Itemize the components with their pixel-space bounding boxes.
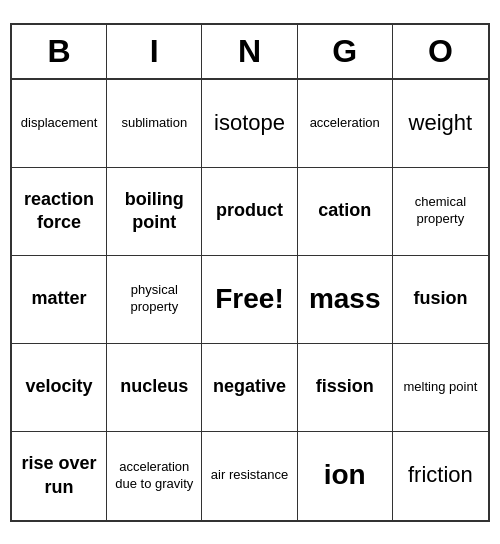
cell-text: negative: [213, 375, 286, 398]
bingo-cell: fission: [298, 344, 393, 432]
cell-text: weight: [409, 109, 473, 138]
cell-text: velocity: [26, 375, 93, 398]
bingo-cell: melting point: [393, 344, 488, 432]
bingo-cell: physical property: [107, 256, 202, 344]
cell-text: sublimation: [121, 115, 187, 132]
cell-text: displacement: [21, 115, 98, 132]
bingo-card: BINGO displacementsublimationisotopeacce…: [10, 23, 490, 522]
cell-text: friction: [408, 461, 473, 490]
bingo-cell: velocity: [12, 344, 107, 432]
cell-text: reaction force: [16, 188, 102, 235]
cell-text: product: [216, 199, 283, 222]
bingo-grid: displacementsublimationisotopeaccelerati…: [12, 80, 488, 520]
header-letter: G: [298, 25, 393, 78]
cell-text: fission: [316, 375, 374, 398]
cell-text: cation: [318, 199, 371, 222]
bingo-cell: boiling point: [107, 168, 202, 256]
cell-text: boiling point: [111, 188, 197, 235]
bingo-cell: negative: [202, 344, 297, 432]
cell-text: Free!: [215, 281, 283, 317]
cell-text: mass: [309, 281, 381, 317]
bingo-cell: matter: [12, 256, 107, 344]
cell-text: melting point: [404, 379, 478, 396]
bingo-cell: friction: [393, 432, 488, 520]
bingo-cell: reaction force: [12, 168, 107, 256]
header-letter: B: [12, 25, 107, 78]
bingo-cell: rise over run: [12, 432, 107, 520]
header-letter: O: [393, 25, 488, 78]
bingo-cell: cation: [298, 168, 393, 256]
bingo-cell: mass: [298, 256, 393, 344]
bingo-cell: acceleration due to gravity: [107, 432, 202, 520]
cell-text: acceleration due to gravity: [111, 459, 197, 493]
bingo-cell: weight: [393, 80, 488, 168]
cell-text: ion: [324, 457, 366, 493]
cell-text: acceleration: [310, 115, 380, 132]
header-letter: I: [107, 25, 202, 78]
bingo-cell: chemical property: [393, 168, 488, 256]
bingo-cell: fusion: [393, 256, 488, 344]
bingo-cell: Free!: [202, 256, 297, 344]
header-row: BINGO: [12, 25, 488, 80]
cell-text: isotope: [214, 109, 285, 138]
cell-text: rise over run: [16, 452, 102, 499]
bingo-cell: air resistance: [202, 432, 297, 520]
cell-text: nucleus: [120, 375, 188, 398]
cell-text: physical property: [111, 282, 197, 316]
cell-text: chemical property: [397, 194, 484, 228]
bingo-cell: product: [202, 168, 297, 256]
cell-text: matter: [32, 287, 87, 310]
header-letter: N: [202, 25, 297, 78]
bingo-cell: acceleration: [298, 80, 393, 168]
bingo-cell: ion: [298, 432, 393, 520]
bingo-cell: displacement: [12, 80, 107, 168]
bingo-cell: sublimation: [107, 80, 202, 168]
cell-text: air resistance: [211, 467, 288, 484]
bingo-cell: isotope: [202, 80, 297, 168]
cell-text: fusion: [413, 287, 467, 310]
bingo-cell: nucleus: [107, 344, 202, 432]
